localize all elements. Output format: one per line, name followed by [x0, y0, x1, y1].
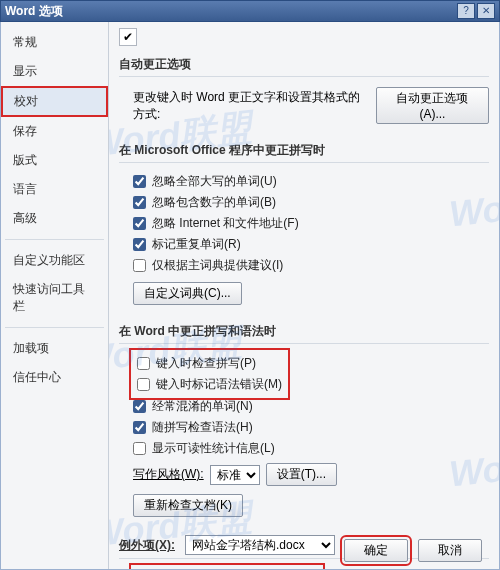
cb-readability-stats[interactable]	[133, 442, 146, 455]
sidebar-item-general[interactable]: 常规	[1, 28, 108, 57]
sidebar-item-advanced[interactable]: 高级	[1, 204, 108, 233]
sidebar-item-language[interactable]: 语言	[1, 175, 108, 204]
autocorrect-desc: 更改键入时 Word 更正文字和设置其格式的方式:	[133, 89, 370, 123]
section-exceptions: 只隐藏此文档中的拼写错误(S) 只隐藏此文档中的语法错误(D)	[119, 567, 489, 569]
sidebar-item-proofing[interactable]: 校对	[1, 86, 108, 117]
close-button[interactable]: ✕	[477, 3, 495, 19]
window-buttons: ? ✕	[457, 3, 495, 19]
cancel-button[interactable]: 取消	[418, 539, 482, 562]
sidebar-item-layout[interactable]: 版式	[1, 146, 108, 175]
help-button[interactable]: ?	[457, 3, 475, 19]
lbl-grammar-with-spell: 随拼写检查语法(H)	[152, 419, 253, 436]
lbl-flag-repeated: 标记重复单词(R)	[152, 236, 241, 253]
sidebar-item-trust-center[interactable]: 信任中心	[1, 363, 108, 392]
content-panel[interactable]: Word联盟 Word联盟 Word联盟 Word联盟 Word联盟 ✔ 自动更…	[109, 22, 499, 569]
lbl-check-spelling-typing: 键入时检查拼写(P)	[156, 355, 256, 372]
dialog-frame: 常规 显示 校对 保存 版式 语言 高级 自定义功能区 快速访问工具栏 加载项 …	[0, 22, 500, 570]
dialog-footer: 确定 取消	[344, 539, 482, 562]
lbl-main-dict-only: 仅根据主词典提供建议(I)	[152, 257, 283, 274]
sidebar-item-customize-ribbon[interactable]: 自定义功能区	[1, 246, 108, 275]
cb-grammar-with-spell[interactable]	[133, 421, 146, 434]
grammar-settings-button[interactable]: 设置(T)...	[266, 463, 337, 486]
custom-dictionaries-button[interactable]: 自定义词典(C)...	[133, 282, 242, 305]
lbl-ignore-numbers: 忽略包含数字的单词(B)	[152, 194, 276, 211]
cb-flag-repeated[interactable]	[133, 238, 146, 251]
lbl-mark-grammar-typing: 键入时标记语法错误(M)	[156, 376, 282, 393]
section-title-autocorrect: 自动更正选项	[119, 50, 489, 77]
lbl-ignore-uppercase: 忽略全部大写的单词(U)	[152, 173, 277, 190]
exceptions-doc-select[interactable]: 网站金字塔结构.docx	[185, 535, 335, 555]
cb-check-spelling-typing[interactable]	[137, 357, 150, 370]
lbl-confused-words: 经常混淆的单词(N)	[152, 398, 253, 415]
section-word-spell: 键入时检查拼写(P) 键入时标记语法错误(M) 经常混淆的单词(N) 随拼写检查…	[119, 352, 489, 519]
sidebar-item-addins[interactable]: 加载项	[1, 334, 108, 363]
sidebar-item-quick-access[interactable]: 快速访问工具栏	[1, 275, 108, 321]
lbl-ignore-internet: 忽略 Internet 和文件地址(F)	[152, 215, 299, 232]
window-title: Word 选项	[5, 0, 63, 22]
autocorrect-options-button[interactable]: 自动更正选项(A)...	[376, 87, 489, 124]
section-title-office-spell: 在 Microsoft Office 程序中更正拼写时	[119, 136, 489, 163]
cb-ignore-internet[interactable]	[133, 217, 146, 230]
cb-ignore-numbers[interactable]	[133, 196, 146, 209]
sidebar-item-save[interactable]: 保存	[1, 117, 108, 146]
cb-main-dict-only[interactable]	[133, 259, 146, 272]
title-bar: Word 选项 ? ✕	[0, 0, 500, 22]
section-autocorrect: 更改键入时 Word 更正文字和设置其格式的方式: 自动更正选项(A)...	[119, 85, 489, 126]
proofing-icon: ✔	[119, 28, 137, 46]
lbl-readability-stats: 显示可读性统计信息(L)	[152, 440, 275, 457]
cb-mark-grammar-typing[interactable]	[137, 378, 150, 391]
sidebar-item-display[interactable]: 显示	[1, 57, 108, 86]
writing-style-select[interactable]: 标准	[210, 465, 260, 485]
sidebar: 常规 显示 校对 保存 版式 语言 高级 自定义功能区 快速访问工具栏 加载项 …	[1, 22, 109, 569]
sidebar-divider	[5, 327, 104, 328]
cb-confused-words[interactable]	[133, 400, 146, 413]
sidebar-divider	[5, 239, 104, 240]
section-office-spell: 忽略全部大写的单词(U) 忽略包含数字的单词(B) 忽略 Internet 和文…	[119, 171, 489, 307]
ok-button[interactable]: 确定	[344, 539, 408, 562]
recheck-document-button[interactable]: 重新检查文档(K)	[133, 494, 243, 517]
writing-style-label: 写作风格(W):	[133, 466, 204, 483]
cb-ignore-uppercase[interactable]	[133, 175, 146, 188]
section-title-word-spell: 在 Word 中更正拼写和语法时	[119, 317, 489, 344]
